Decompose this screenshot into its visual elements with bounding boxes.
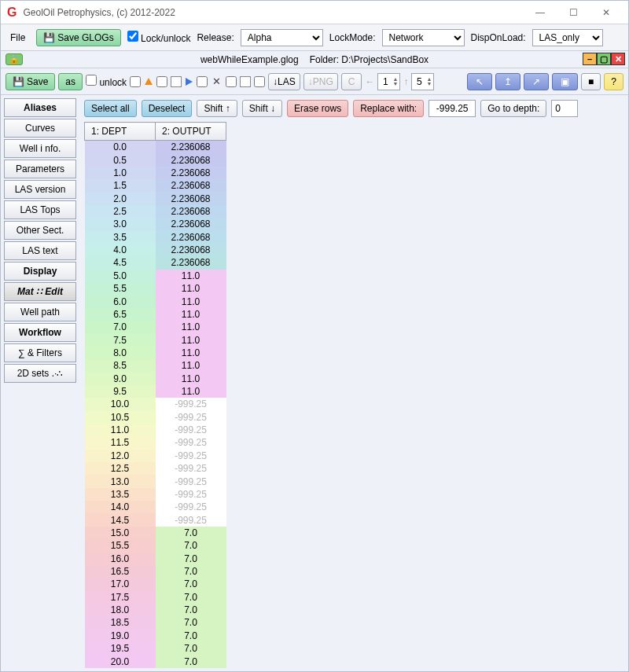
cell-dept[interactable]: 12.5 (85, 462, 156, 475)
x-swatch-checkbox[interactable] (197, 76, 208, 87)
sidebar-item-aliases[interactable]: Aliases (4, 98, 76, 117)
cell-output[interactable]: 11.0 (156, 270, 226, 282)
table-row[interactable]: 11.5-999.25 (85, 436, 226, 449)
lock-icon[interactable]: 🔒 (6, 53, 23, 65)
replace-with-button[interactable]: Replace with: (353, 100, 424, 117)
cell-output[interactable]: 2.236068 (156, 179, 226, 192)
file-menu[interactable]: File (6, 29, 30, 46)
tool1-button[interactable]: ↖ (467, 73, 492, 90)
table-row[interactable]: 10.0-999.25 (85, 398, 226, 410)
cell-output[interactable]: 11.0 (156, 359, 226, 372)
table-row[interactable]: 19.57.0 (85, 642, 226, 655)
cell-output[interactable]: 7.0 (156, 527, 226, 539)
goto-depth-button[interactable]: Go to depth: (480, 100, 546, 117)
cell-output[interactable]: 11.0 (156, 282, 226, 295)
cell-dept[interactable]: 13.0 (85, 475, 156, 487)
nav-right-spinner[interactable]: 5▲▼ (411, 73, 434, 90)
sidebar-item-well-path[interactable]: Well path (4, 303, 76, 321)
cell-dept[interactable]: 0.5 (85, 153, 156, 166)
cell-output[interactable]: 2.236068 (156, 153, 226, 166)
cell-dept[interactable]: 18.0 (85, 604, 156, 616)
cell-output[interactable]: 7.0 (156, 553, 226, 565)
table-row[interactable]: 8.511.0 (85, 359, 226, 372)
table-row[interactable]: 15.57.0 (85, 539, 226, 552)
cell-output[interactable]: 7.0 (156, 578, 226, 590)
cell-output[interactable]: 11.0 (156, 295, 226, 307)
erase-rows-button[interactable]: Erase rows (287, 100, 348, 117)
cell-dept[interactable]: 8.0 (85, 347, 156, 359)
help-button[interactable]: ? (604, 73, 623, 90)
c-button[interactable]: C (341, 73, 362, 90)
table-row[interactable]: 3.02.236068 (85, 218, 226, 230)
cell-output[interactable]: 11.0 (156, 372, 226, 384)
nav-left-spinner[interactable]: 1▲▼ (377, 73, 400, 90)
cell-output[interactable]: 11.0 (156, 347, 226, 359)
sidebar-item-las-version[interactable]: LAS version (4, 180, 76, 199)
table-row[interactable]: 3.52.236068 (85, 231, 226, 244)
cell-dept[interactable]: 16.0 (85, 553, 156, 565)
table-row[interactable]: 18.07.0 (85, 604, 226, 616)
cell-dept[interactable]: 12.0 (85, 450, 156, 462)
cell-dept[interactable]: 2.0 (85, 192, 156, 204)
cell-dept[interactable]: 5.0 (85, 270, 156, 282)
cell-dept[interactable]: 19.0 (85, 630, 156, 642)
table-row[interactable]: 8.011.0 (85, 347, 226, 359)
cell-output[interactable]: 7.0 (156, 565, 226, 578)
table-row[interactable]: 9.011.0 (85, 372, 226, 384)
cell-dept[interactable]: 16.5 (85, 565, 156, 578)
cell-output[interactable]: 2.236068 (156, 192, 226, 204)
cell-output[interactable]: 2.236068 (156, 218, 226, 230)
cell-output[interactable]: 7.0 (156, 604, 226, 616)
lock-unlock-checkbox[interactable]: Lock/unlock (127, 31, 191, 44)
sidebar-item-mat-edit[interactable]: Mat ∷ Edit (4, 282, 76, 301)
cell-output[interactable]: -999.25 (156, 475, 226, 487)
cell-output[interactable]: 2.236068 (156, 256, 226, 269)
table-row[interactable]: 5.511.0 (85, 282, 226, 295)
unlock-checkbox[interactable]: unlock (86, 75, 127, 88)
table-row[interactable]: 4.02.236068 (85, 244, 226, 256)
tool4-button[interactable]: ▣ (552, 73, 578, 90)
las-export-button[interactable]: ↓LAS (268, 73, 300, 90)
cell-dept[interactable]: 4.5 (85, 256, 156, 269)
cell-output[interactable]: 7.0 (156, 630, 226, 642)
goto-depth-input[interactable] (551, 100, 578, 117)
cell-dept[interactable]: 7.5 (85, 333, 156, 346)
table-row[interactable]: 0.02.236068 (85, 141, 226, 154)
cell-output[interactable]: 7.0 (156, 642, 226, 655)
col-header-output[interactable]: 2: OUTPUT (156, 123, 226, 141)
table-row[interactable]: 6.011.0 (85, 295, 226, 307)
cell-output[interactable]: -999.25 (156, 411, 226, 424)
table-row[interactable]: 17.07.0 (85, 578, 226, 590)
release-select[interactable]: Alpha (241, 29, 323, 46)
table-row[interactable]: 5.011.0 (85, 270, 226, 282)
cell-dept[interactable]: 20.0 (85, 655, 156, 668)
doc-minimize-button[interactable]: – (583, 53, 597, 65)
sidebar-item-2d-sets-[interactable]: 2D sets .·∴ (4, 364, 76, 383)
table-row[interactable]: 1.52.236068 (85, 179, 226, 192)
minimize-button[interactable]: — (524, 3, 556, 22)
table-row[interactable]: 6.511.0 (85, 308, 226, 321)
table-row[interactable]: 14.0-999.25 (85, 501, 226, 513)
stop-button[interactable]: ■ (581, 73, 601, 90)
close-button[interactable]: ✕ (590, 3, 622, 22)
save-button[interactable]: 💾Save (6, 73, 55, 90)
table-row[interactable]: 16.57.0 (85, 565, 226, 578)
save-as-button[interactable]: as (58, 73, 83, 90)
sidebar-item-curves[interactable]: Curves (4, 119, 76, 138)
disponload-select[interactable]: LAS_only (532, 29, 603, 46)
replace-value-input[interactable] (429, 100, 476, 117)
cell-output[interactable]: 7.0 (156, 655, 226, 668)
cell-output[interactable]: -999.25 (156, 501, 226, 513)
sidebar-item-other-sect-[interactable]: Other Sect. (4, 221, 76, 240)
maximize-button[interactable]: ☐ (557, 3, 589, 22)
table-row[interactable]: 1.02.236068 (85, 167, 226, 179)
table-row[interactable]: 10.5-999.25 (85, 411, 226, 424)
cell-output[interactable]: -999.25 (156, 513, 226, 526)
cell-output[interactable]: 7.0 (156, 539, 226, 552)
table-row[interactable]: 13.0-999.25 (85, 475, 226, 487)
col-header-dept[interactable]: 1: DEPT (85, 123, 156, 141)
cell-dept[interactable]: 1.5 (85, 179, 156, 192)
shift-up-button[interactable]: Shift ↑ (197, 100, 237, 117)
sidebar-item-las-text[interactable]: LAS text (4, 241, 76, 260)
cell-dept[interactable]: 8.5 (85, 359, 156, 372)
